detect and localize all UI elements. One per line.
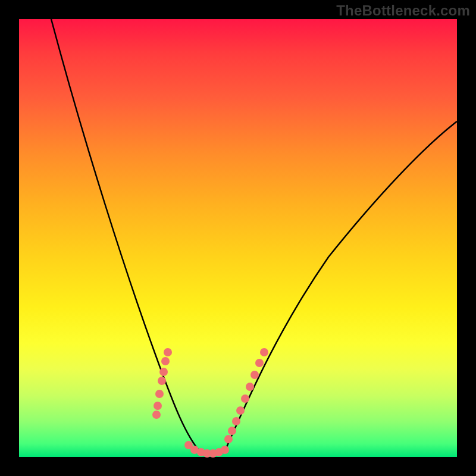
marker-dot: [221, 446, 229, 454]
marker-dot: [228, 427, 236, 435]
marker-dot: [246, 383, 254, 391]
curve-right-branch: [224, 121, 457, 452]
chart-svg: [19, 19, 457, 457]
watermark-text: TheBottleneck.com: [336, 2, 470, 19]
marker-dot: [164, 348, 172, 356]
marker-dot: [241, 394, 249, 403]
marker-dot: [159, 368, 168, 376]
markers-bottom: [184, 441, 229, 458]
marker-dot: [158, 377, 166, 385]
marker-dot: [236, 406, 245, 415]
marker-dot: [224, 435, 233, 443]
marker-dot: [232, 417, 240, 425]
marker-dot: [260, 348, 268, 356]
marker-dot: [155, 390, 164, 398]
markers-left: [152, 348, 172, 419]
marker-dot: [154, 402, 162, 410]
marker-dot: [161, 357, 170, 365]
marker-dot: [255, 359, 264, 367]
markers-right: [224, 348, 268, 443]
marker-dot: [250, 371, 259, 379]
curve-left-branch: [51, 19, 201, 452]
marker-dot: [152, 411, 161, 419]
plot-area: [19, 19, 457, 457]
chart-frame: TheBottleneck.com: [0, 0, 476, 476]
